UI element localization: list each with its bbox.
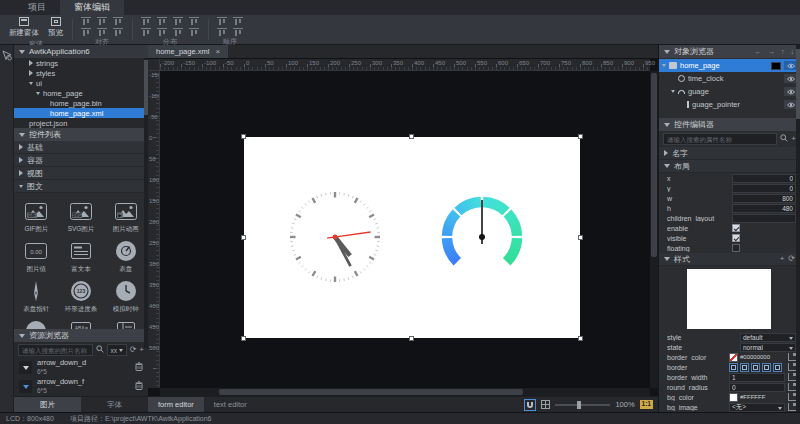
tab-form-editor[interactable]: form editor	[148, 397, 204, 412]
toolbar-icon[interactable]	[157, 17, 167, 25]
widget-svg-image[interactable]: SVGSVG图片	[68, 199, 95, 234]
color-swatch-bg_color[interactable]	[729, 393, 738, 402]
canvas-vscrollbar[interactable]	[650, 71, 658, 388]
arrow-left-icon[interactable]: ←	[754, 48, 763, 55]
category-容器[interactable]: 容器	[14, 154, 148, 167]
border-toggle-button[interactable]	[729, 363, 738, 372]
zoom-slider[interactable]	[555, 404, 610, 406]
selection-handle[interactable]	[409, 134, 414, 139]
toolbar-icon[interactable]	[141, 17, 151, 25]
selection-handle[interactable]	[578, 235, 583, 240]
arrow-up-icon[interactable]: ↑	[780, 48, 786, 55]
tree-item-home_page[interactable]: home_page	[14, 88, 148, 98]
canvas-hscrollbar[interactable]	[160, 388, 650, 396]
search-icon[interactable]	[96, 345, 104, 355]
widget-list-view[interactable]	[113, 319, 139, 329]
widget-list-header[interactable]: 控件列表	[14, 128, 148, 141]
category-基础[interactable]: 基础	[14, 141, 148, 154]
toolbar-icon[interactable]	[173, 17, 183, 25]
toolbar-icon[interactable]	[113, 17, 123, 25]
resource-browser-header[interactable]: 资源浏览器	[14, 329, 148, 342]
pick-tool-icon[interactable]	[2, 50, 12, 63]
tree-item-strings[interactable]: strings	[14, 58, 148, 68]
toolbar-icon[interactable]	[113, 28, 123, 36]
select-bg_image[interactable]: <无>	[729, 403, 785, 412]
input-w[interactable]	[732, 194, 796, 203]
widget-image-value[interactable]: 0.00图片值	[23, 239, 49, 274]
expander-icon[interactable]	[662, 64, 666, 67]
toolbar-icon[interactable]	[81, 17, 91, 25]
expander-icon[interactable]	[29, 60, 33, 66]
expander-icon[interactable]	[671, 90, 675, 93]
selection-handle[interactable]	[578, 134, 583, 139]
tree-item-styles[interactable]: styles	[14, 68, 148, 78]
preview-button[interactable]: 预览	[48, 17, 63, 38]
section-layout[interactable]: 布局	[659, 160, 800, 173]
arrow-down-icon[interactable]: ↓	[790, 48, 796, 55]
toolbar-icon[interactable]	[157, 28, 167, 36]
toolbar-icon[interactable]	[217, 28, 227, 36]
widget-progress-circle[interactable]: 123环形进度条	[65, 279, 98, 314]
tree-item-project.json[interactable]: project.json	[14, 118, 148, 128]
resource-item-arrow_down_f[interactable]: arrow_down_f6*5	[14, 377, 148, 396]
border-toggle-button[interactable]	[762, 363, 771, 372]
tab-fonts[interactable]: 字体	[81, 397, 148, 412]
widget-digital-clock[interactable]: 8:30	[23, 319, 49, 329]
form-surface[interactable]	[244, 137, 580, 338]
category-视图[interactable]: 视图	[14, 167, 148, 180]
widget-gauge-pointer[interactable]: 表盘指针	[23, 279, 49, 314]
resource-filter-dropdown[interactable]: xx	[107, 344, 127, 356]
design-canvas[interactable]	[160, 71, 650, 388]
new-form-button[interactable]: 新建窗体	[9, 17, 39, 38]
zoom-ratio-button[interactable]: 1:1	[640, 400, 653, 409]
border-toggle-button[interactable]	[751, 363, 760, 372]
refresh-icon[interactable]: ⟳	[130, 346, 137, 354]
toolbar-icon[interactable]	[189, 17, 199, 25]
gauge-widget[interactable]	[434, 189, 530, 285]
grid-icon[interactable]	[541, 400, 550, 409]
object-node-guage[interactable]: guage	[659, 85, 800, 98]
tree-item-ui[interactable]: ui	[14, 78, 148, 88]
checkbox-floating[interactable]	[732, 244, 740, 252]
snap-toggle[interactable]	[524, 399, 536, 411]
widget-gif-image[interactable]: GIFGIF图片	[23, 199, 49, 234]
expander-icon[interactable]	[36, 92, 40, 95]
widget-analog-clock[interactable]: 模拟时钟	[113, 279, 139, 314]
input-h[interactable]	[732, 204, 796, 213]
toolbar-icon[interactable]	[81, 28, 91, 36]
tree-item-home_page.xml[interactable]: home_page.xml	[14, 108, 148, 118]
toolbar-icon[interactable]	[217, 17, 227, 25]
toolbar-icon[interactable]	[97, 28, 107, 36]
object-browser-header[interactable]: 对象浏览器 ← → ↑ ↓	[659, 45, 800, 58]
property-search-input[interactable]	[663, 133, 777, 145]
trash-icon[interactable]	[135, 381, 143, 392]
toolbar-icon[interactable]	[189, 28, 199, 36]
object-node-time_clock[interactable]: time_clock	[659, 72, 800, 85]
advanced-icon[interactable]	[788, 373, 796, 381]
toolbar-icon[interactable]	[173, 28, 183, 36]
widget-image-animation[interactable]: ▶图片动画	[113, 199, 139, 234]
tab-images[interactable]: 图片	[14, 397, 81, 412]
input-y[interactable]	[732, 184, 796, 193]
trash-icon[interactable]	[135, 362, 143, 373]
resource-search-input[interactable]	[18, 344, 93, 356]
zoom-slider-thumb[interactable]	[577, 401, 581, 409]
advanced-icon[interactable]	[788, 403, 796, 411]
selection-handle[interactable]	[241, 336, 246, 341]
object-node-home_page[interactable]: home_page	[659, 59, 800, 72]
section-style[interactable]: 样式 + ⟳	[659, 253, 800, 266]
category-图文[interactable]: 图文	[14, 180, 148, 193]
input-round_radius[interactable]	[729, 383, 785, 392]
selection-handle[interactable]	[241, 134, 246, 139]
project-root-selector[interactable]: AwtkApplication6	[14, 45, 148, 58]
input-x[interactable]	[732, 174, 796, 183]
analog-clock-widget[interactable]	[287, 189, 383, 285]
widget-gauge[interactable]: 表盘	[113, 239, 139, 274]
advanced-icon[interactable]	[788, 363, 796, 371]
section-name[interactable]: 名字	[659, 147, 800, 160]
expander-icon[interactable]	[29, 82, 33, 85]
refresh-style-icon[interactable]: ⟳	[788, 255, 795, 263]
search-icon[interactable]	[780, 134, 788, 144]
widget-text-selector[interactable]: AB	[68, 319, 94, 329]
checkbox-visible[interactable]	[732, 234, 740, 242]
